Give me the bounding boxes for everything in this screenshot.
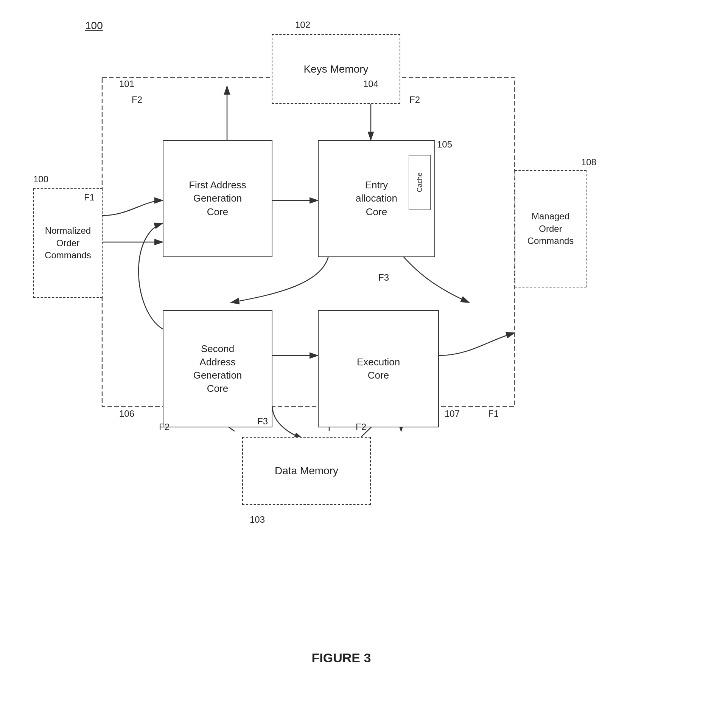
ref-107: 107: [445, 408, 460, 419]
ref-106: 106: [119, 408, 134, 419]
ref-104: 104: [363, 79, 378, 89]
ref-101: 101: [119, 79, 134, 89]
f2-bottom-left-label: F2: [159, 422, 170, 432]
system-ref-label: 100: [85, 20, 103, 32]
first-address-gen-box: First Address Generation Core: [163, 140, 272, 257]
second-address-gen-box: Second Address Generation Core: [163, 310, 272, 427]
managed-commands-box: Managed Order Commands: [515, 170, 586, 287]
ref-103: 103: [250, 514, 265, 525]
f2-top-left-label: F2: [132, 95, 142, 105]
data-memory-box: Data Memory: [242, 437, 371, 505]
figure-label: FIGURE 3: [288, 651, 394, 665]
f2-top-right-label: F2: [409, 95, 420, 105]
f2-bottom-right-label: F2: [356, 422, 366, 432]
ref-105: 105: [437, 139, 452, 150]
keys-memory-box: Keys Memory: [272, 34, 400, 104]
f3-mid-label: F3: [378, 272, 389, 283]
f1-bottom-right-label: F1: [488, 408, 499, 419]
ref-108: 108: [581, 157, 596, 168]
cache-box: Cache: [409, 155, 431, 210]
f1-left-label: F1: [84, 192, 95, 203]
diagram: 100 102 Keys Memory 101 104 F2 F2 First …: [0, 0, 728, 719]
ref-100-left: 100: [33, 174, 48, 185]
ref-102: 102: [295, 20, 310, 30]
execution-core-box: Execution Core: [318, 310, 439, 427]
normalized-commands-box: Normalized Order Commands: [33, 188, 103, 298]
f3-bottom-label: F3: [257, 416, 268, 427]
